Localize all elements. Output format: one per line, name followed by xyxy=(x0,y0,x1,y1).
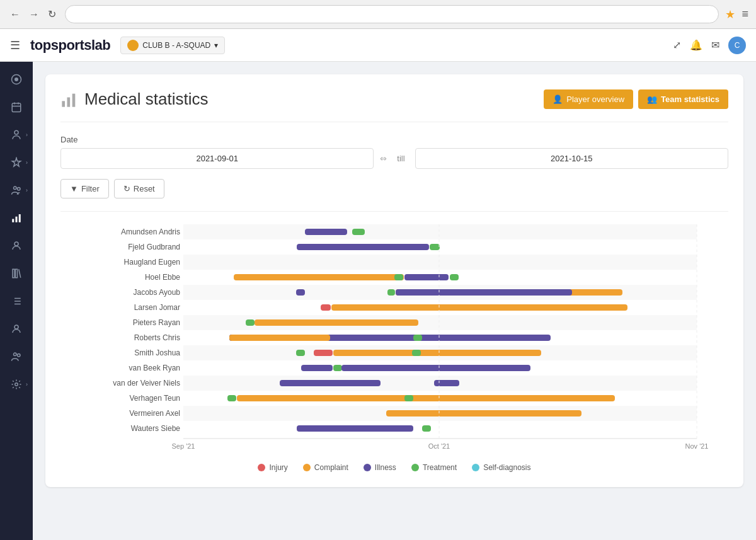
svg-rect-27 xyxy=(72,93,76,106)
date-from-input[interactable] xyxy=(60,148,374,169)
sidebar-item-players[interactable]: › xyxy=(4,122,29,147)
legend-illness: Illness xyxy=(364,463,396,472)
svg-rect-14 xyxy=(16,269,18,278)
mail-icon[interactable]: ✉ xyxy=(711,39,719,51)
svg-rect-13 xyxy=(13,269,14,278)
illness-bar xyxy=(296,289,305,296)
player-name: Fjeld Gudbrand xyxy=(128,243,180,251)
player-name: Jacobs Ayoub xyxy=(133,288,180,297)
sidebar-item-medical[interactable]: › xyxy=(4,150,29,175)
complaint-bar xyxy=(333,350,541,356)
dashboard-icon xyxy=(11,74,22,85)
svg-point-24 xyxy=(15,383,18,386)
team-selector[interactable]: CLUB B - A-SQUAD ▾ xyxy=(120,37,225,54)
app-layout: › › › › xyxy=(0,62,756,540)
players-arrow: › xyxy=(26,132,28,138)
illness-bar xyxy=(341,365,530,371)
browser-navigation: ← → ↻ xyxy=(8,6,59,23)
browser-menu-icon[interactable]: ≡ xyxy=(742,8,748,21)
player-name: Haugland Eugen xyxy=(124,258,180,267)
complaint-bar xyxy=(331,304,627,311)
statistics-icon xyxy=(11,212,22,224)
injury-label: Injury xyxy=(269,463,287,472)
complaint-bar xyxy=(234,274,404,280)
illness-bar xyxy=(396,289,572,296)
treatment-bar xyxy=(352,229,365,235)
sidebar-item-library[interactable] xyxy=(4,261,29,286)
svg-point-12 xyxy=(14,242,18,246)
browser-chrome: ← → ↻ ★ ≡ xyxy=(0,0,756,29)
team-arrow: › xyxy=(26,187,28,193)
refresh-button[interactable]: ↻ xyxy=(45,6,59,23)
illness-bar xyxy=(297,425,413,432)
complaint-dot xyxy=(303,464,311,471)
sidebar-item-team[interactable]: › xyxy=(4,178,29,203)
content-card: Medical statistics 👤 Player overview 👥 T… xyxy=(45,74,743,487)
legend-self-diagnosis: Self-diagnosis xyxy=(472,463,530,472)
treatment-bar xyxy=(450,274,459,280)
forward-button[interactable]: → xyxy=(26,6,42,23)
player-name: Smith Joshua xyxy=(134,348,180,357)
sidebar-item-dashboard[interactable] xyxy=(4,67,29,92)
top-navigation: ☰ topsportslab CLUB B - A-SQUAD ▾ ⤢ 🔔 ✉ … xyxy=(0,29,756,62)
treatment-bar xyxy=(227,395,236,401)
date-row: ⇔ till xyxy=(60,148,728,169)
sidebar-item-reports[interactable] xyxy=(4,289,29,314)
complaint-bar xyxy=(229,335,330,341)
team-name: CLUB B - A-SQUAD xyxy=(142,41,210,50)
self-diagnosis-label: Self-diagnosis xyxy=(483,463,530,472)
date-to-input[interactable] xyxy=(415,148,728,169)
illness-dot xyxy=(364,464,371,471)
user-avatar[interactable]: C xyxy=(728,37,746,54)
back-button[interactable]: ← xyxy=(8,6,23,23)
player-name: Vermeiren Axel xyxy=(129,409,180,418)
complaint-bar xyxy=(255,319,418,326)
expand-icon[interactable]: ⤢ xyxy=(673,39,681,51)
player-name: Roberts Chris xyxy=(134,333,180,342)
filter-button[interactable]: ▼ Filter xyxy=(60,179,109,198)
sidebar-item-statistics[interactable] xyxy=(4,205,29,231)
sidebar-item-calendar[interactable] xyxy=(4,95,29,120)
illness-bar xyxy=(404,274,449,280)
injury-bar xyxy=(321,304,331,311)
player-overview-icon: 👤 xyxy=(553,95,563,104)
page-title-icon xyxy=(60,91,78,108)
filter-row: ▼ Filter ↻ Reset xyxy=(60,179,728,198)
sidebar-toggle-button[interactable]: ☰ xyxy=(10,38,20,52)
url-bar[interactable] xyxy=(65,5,719,23)
treatment-bar xyxy=(412,350,421,356)
user-icon xyxy=(11,323,22,335)
sidebar-item-user[interactable] xyxy=(4,316,29,342)
axis-label: Sep '21 xyxy=(172,442,195,450)
bookmark-star-icon[interactable]: ★ xyxy=(725,8,735,21)
notifications-icon[interactable]: 🔔 xyxy=(690,39,702,51)
chart-legend: Injury Complaint Illness Treatment xyxy=(67,463,722,472)
illness-bar xyxy=(434,380,459,386)
reset-icon: ↻ xyxy=(123,184,130,193)
settings-arrow: › xyxy=(26,381,28,388)
legend-treatment: Treatment xyxy=(411,463,457,472)
sidebar-item-profile[interactable] xyxy=(4,233,29,258)
sidebar-item-settings[interactable]: › xyxy=(4,372,29,397)
gantt-chart: Amundsen Andris Fjeld Gudbrand Haugland … xyxy=(60,224,728,472)
main-content: Medical statistics 👤 Player overview 👥 T… xyxy=(33,62,756,540)
top-nav-right: ⤢ 🔔 ✉ C xyxy=(673,37,746,54)
treatment-bar xyxy=(413,335,422,341)
team-statistics-button[interactable]: 👥 Team statistics xyxy=(638,89,728,109)
sidebar-item-group[interactable] xyxy=(4,344,29,369)
treatment-bar xyxy=(422,425,431,432)
legend-injury: Injury xyxy=(258,463,287,472)
svg-rect-28 xyxy=(183,224,697,239)
illness-bar xyxy=(297,244,429,250)
svg-rect-11 xyxy=(19,214,21,222)
player-overview-button[interactable]: 👤 Player overview xyxy=(544,89,633,109)
svg-point-21 xyxy=(14,325,18,329)
header-buttons: 👤 Player overview 👥 Team statistics xyxy=(544,89,728,109)
complaint-bar xyxy=(386,410,581,416)
illness-bar xyxy=(301,365,333,371)
illness-label: Illness xyxy=(375,463,396,472)
svg-point-7 xyxy=(14,187,17,190)
medical-arrow: › xyxy=(26,159,28,166)
treatment-bar xyxy=(404,395,413,401)
reset-button[interactable]: ↻ Reset xyxy=(114,179,164,198)
